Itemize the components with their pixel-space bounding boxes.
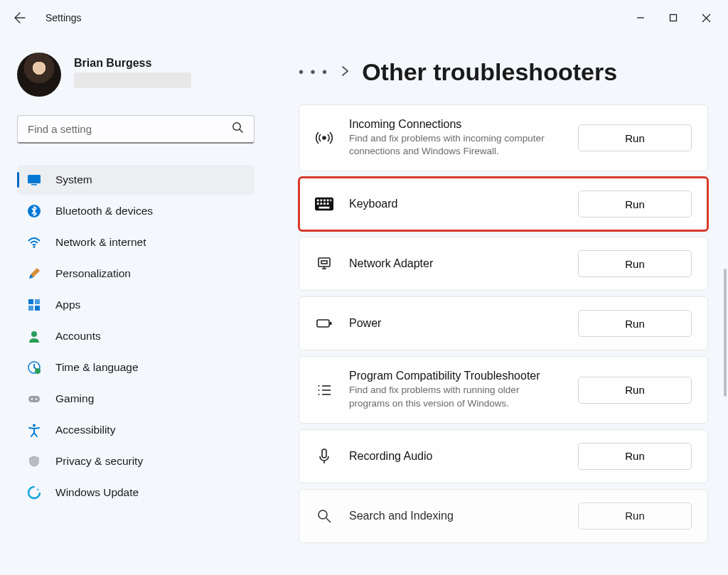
card-title: Network Adapter bbox=[349, 257, 562, 270]
card-title: Search and Indexing bbox=[349, 510, 562, 522]
svg-rect-5 bbox=[31, 184, 37, 186]
troubleshooter-card: Search and Indexing Run bbox=[299, 489, 708, 543]
run-button[interactable]: Run bbox=[578, 503, 692, 530]
breadcrumb: • • • Other troubleshooters bbox=[299, 58, 708, 86]
nav-item-personalize[interactable]: Personalization bbox=[17, 259, 255, 289]
nav-item-apps[interactable]: Apps bbox=[17, 290, 255, 320]
nav-item-update[interactable]: Windows Update bbox=[17, 478, 255, 507]
card-description: Find and fix problems with running older… bbox=[349, 384, 562, 409]
personalize-icon bbox=[27, 267, 41, 281]
svg-line-3 bbox=[240, 129, 243, 133]
svg-rect-31 bbox=[319, 207, 330, 209]
accounts-icon bbox=[27, 329, 41, 343]
troubleshooter-card: Power Run bbox=[299, 296, 708, 350]
nav-item-time[interactable]: Time & language bbox=[17, 353, 255, 382]
scrollbar[interactable] bbox=[724, 269, 727, 397]
svg-rect-23 bbox=[320, 200, 322, 202]
card-title: Power bbox=[349, 317, 562, 330]
svg-rect-25 bbox=[327, 200, 329, 202]
nav-item-label: Gaming bbox=[55, 392, 94, 405]
svg-point-14 bbox=[35, 368, 41, 374]
nav-item-bluetooth[interactable]: Bluetooth & devices bbox=[17, 196, 255, 226]
chevron-right-icon bbox=[341, 66, 349, 79]
minimize-button[interactable] bbox=[624, 4, 657, 32]
broadcast-icon bbox=[315, 129, 333, 146]
nav-item-label: Accounts bbox=[55, 330, 101, 343]
svg-point-16 bbox=[31, 398, 33, 399]
update-icon bbox=[27, 485, 41, 500]
minimize-icon bbox=[636, 14, 645, 22]
close-icon bbox=[702, 14, 711, 23]
network-adapter-icon bbox=[315, 255, 333, 272]
time-icon bbox=[27, 360, 41, 375]
search-icon bbox=[232, 122, 244, 136]
svg-rect-30 bbox=[327, 203, 329, 205]
svg-rect-29 bbox=[323, 203, 326, 205]
troubleshooter-card: Recording Audio Run bbox=[299, 429, 708, 483]
svg-rect-32 bbox=[318, 258, 330, 267]
search-input[interactable] bbox=[28, 123, 232, 135]
nav-item-label: Windows Update bbox=[55, 486, 139, 499]
nav-item-label: Network & internet bbox=[55, 236, 146, 249]
breadcrumb-more-icon[interactable]: • • • bbox=[299, 64, 328, 80]
titlebar: Settings bbox=[0, 0, 728, 36]
nav-item-privacy[interactable]: Privacy & security bbox=[17, 446, 255, 476]
svg-rect-8 bbox=[28, 299, 33, 304]
nav-item-accounts[interactable]: Accounts bbox=[17, 321, 255, 351]
run-button[interactable]: Run bbox=[578, 250, 692, 277]
search-box[interactable] bbox=[17, 115, 255, 144]
card-title: Recording Audio bbox=[349, 450, 562, 463]
run-button[interactable]: Run bbox=[578, 124, 692, 151]
network-icon bbox=[27, 235, 41, 249]
svg-rect-1 bbox=[670, 15, 677, 21]
svg-rect-28 bbox=[320, 203, 322, 205]
bluetooth-icon bbox=[27, 204, 41, 218]
user-email-redacted bbox=[74, 72, 191, 88]
svg-rect-44 bbox=[322, 449, 326, 458]
system-icon bbox=[27, 173, 41, 187]
run-button[interactable]: Run bbox=[578, 443, 692, 470]
page-title: Other troubleshooters bbox=[362, 58, 617, 86]
nav-item-accessibility[interactable]: Accessibility bbox=[17, 415, 255, 445]
svg-rect-26 bbox=[330, 200, 331, 202]
nav-item-label: Bluetooth & devices bbox=[55, 205, 153, 217]
troubleshooter-card: Keyboard Run bbox=[299, 177, 708, 231]
arrow-left-icon bbox=[14, 12, 26, 23]
maximize-button[interactable] bbox=[657, 4, 690, 32]
nav-item-label: Apps bbox=[55, 299, 80, 311]
run-button[interactable]: Run bbox=[578, 310, 692, 337]
sidebar: Brian Burgess SystemBluetooth & devicesN… bbox=[0, 36, 263, 575]
run-button[interactable]: Run bbox=[578, 190, 692, 217]
nav-item-gaming[interactable]: Gaming bbox=[17, 384, 255, 414]
nav-item-label: Accessibility bbox=[55, 424, 115, 436]
privacy-icon bbox=[27, 454, 41, 468]
svg-point-18 bbox=[33, 424, 36, 427]
troubleshooter-card: Incoming Connections Find and fix proble… bbox=[299, 104, 708, 171]
nav-item-system[interactable]: System bbox=[17, 165, 255, 195]
user-profile[interactable]: Brian Burgess bbox=[17, 53, 255, 97]
svg-rect-37 bbox=[330, 322, 332, 325]
svg-rect-24 bbox=[323, 200, 326, 202]
troubleshooter-card: Network Adapter Run bbox=[299, 237, 708, 291]
list-icon bbox=[315, 382, 333, 399]
keyboard-icon bbox=[315, 197, 333, 211]
close-button[interactable] bbox=[690, 4, 722, 32]
content-area: • • • Other troubleshooters Incoming Con… bbox=[263, 36, 728, 575]
svg-rect-27 bbox=[317, 203, 319, 205]
card-title: Incoming Connections bbox=[349, 118, 562, 131]
run-button[interactable]: Run bbox=[578, 377, 692, 404]
nav-item-network[interactable]: Network & internet bbox=[17, 227, 255, 257]
apps-icon bbox=[27, 298, 41, 312]
svg-line-46 bbox=[326, 518, 331, 522]
nav-list: SystemBluetooth & devicesNetwork & inter… bbox=[17, 165, 255, 507]
svg-point-7 bbox=[33, 246, 36, 248]
mic-icon bbox=[315, 448, 333, 465]
svg-rect-22 bbox=[317, 200, 319, 202]
search-icon bbox=[315, 507, 333, 525]
card-description: Find and fix problems with incoming comp… bbox=[349, 132, 562, 158]
card-title: Keyboard bbox=[349, 198, 562, 210]
nav-item-label: Privacy & security bbox=[55, 455, 143, 468]
back-button[interactable] bbox=[6, 4, 34, 32]
svg-point-19 bbox=[28, 487, 40, 498]
svg-rect-36 bbox=[317, 320, 329, 327]
